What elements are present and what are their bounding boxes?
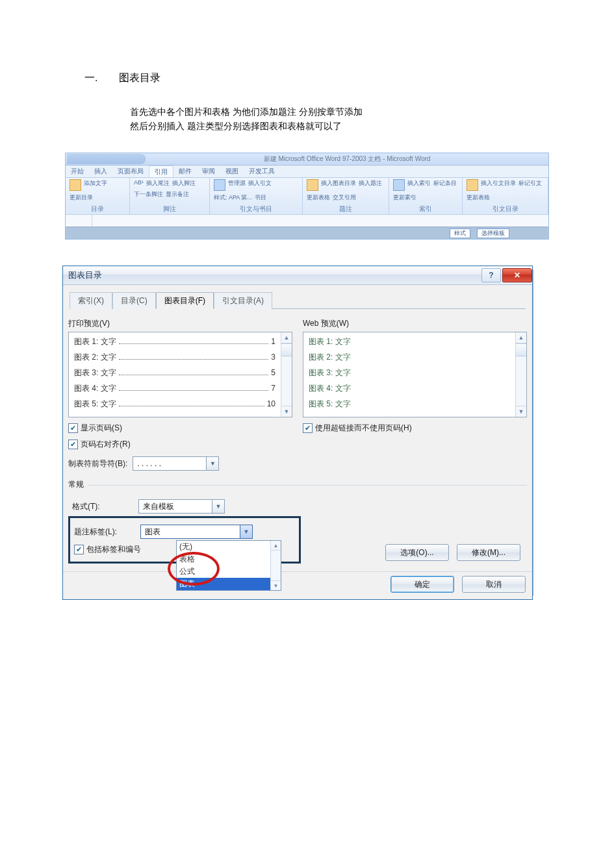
options-button-label: 选项(O)... <box>400 547 433 558</box>
ribbon-tab[interactable]: 视图 <box>220 166 244 177</box>
citation-icon[interactable] <box>214 179 225 191</box>
dropdown-option[interactable]: (无) <box>177 541 270 553</box>
preview-item: 图表 2: 文字 <box>74 352 116 363</box>
toc-icon[interactable] <box>70 179 81 191</box>
ribbon-item[interactable]: 管理源 <box>228 179 246 188</box>
ribbon-item[interactable]: 标记条目 <box>433 179 457 188</box>
word-ribbon-screenshot: 新建 Microsoft Office Word 97-2003 文档 - Mi… <box>65 153 549 240</box>
chevron-down-icon[interactable]: ▼ <box>206 457 218 470</box>
scroll-up-icon[interactable]: ▲ <box>516 332 526 343</box>
scroll-thumb[interactable] <box>516 343 526 356</box>
quick-access-toolbar <box>67 154 146 164</box>
tab-leader-combo[interactable]: . . . . . . ▼ <box>133 456 219 471</box>
ribbon-item[interactable]: 插入引文目录 <box>481 179 516 188</box>
tab-figures[interactable]: 图表目录(F) <box>156 292 214 309</box>
ribbon-tab[interactable]: 页面布局 <box>112 166 149 177</box>
right-align-label: 页码右对齐(R) <box>81 439 131 450</box>
close-button[interactable]: ✕ <box>502 268 532 282</box>
doc-chip: 样式 <box>450 229 470 238</box>
dropdown-option[interactable]: 表格 <box>177 553 270 565</box>
ribbon-item[interactable]: 添加文字 <box>84 179 107 188</box>
scroll-down-icon[interactable]: ▼ <box>281 406 292 417</box>
caption-label-label: 题注标签(L): <box>74 527 133 538</box>
tab-leader-label: 制表符前导符(B): <box>68 458 127 469</box>
cancel-button[interactable]: 取消 <box>462 576 526 593</box>
dropdown-option-selected[interactable]: 图表 <box>177 578 270 590</box>
check-icon: ✔ <box>70 441 76 448</box>
ribbon-item[interactable]: 标记引文 <box>518 179 542 188</box>
scroll-down-icon[interactable]: ▼ <box>271 580 281 590</box>
right-align-checkbox[interactable]: ✔ <box>68 440 78 449</box>
modify-button[interactable]: 修改(M)... <box>457 544 520 561</box>
window-titlebar: 新建 Microsoft Office Word 97-2003 文档 - Mi… <box>66 153 548 166</box>
scroll-thumb[interactable] <box>281 343 292 356</box>
preview-item: 图表 5: 文字 <box>74 399 116 410</box>
document-area-snippet: 样式 选择模板 <box>66 227 548 239</box>
ruler <box>66 214 548 227</box>
scroll-up-icon[interactable]: ▲ <box>281 332 292 343</box>
index-icon[interactable] <box>393 179 405 191</box>
dropdown-option[interactable]: 公式 <box>177 565 270 578</box>
use-hyperlinks-checkbox[interactable]: ✔ <box>303 423 313 433</box>
tab-authorities[interactable]: 引文目录(A) <box>214 292 272 309</box>
ribbon-tab[interactable]: 插入 <box>89 166 112 177</box>
cancel-button-label: 取消 <box>486 579 502 590</box>
ribbon-item[interactable]: 插入尾注 <box>146 179 170 188</box>
ribbon-item[interactable]: 更新表格 <box>307 193 330 202</box>
preview-page: 1 <box>271 337 275 346</box>
ribbon-tab-active[interactable]: 引用 <box>149 166 173 177</box>
ribbon-tab[interactable]: 开发工具 <box>244 166 280 177</box>
preview-page: 5 <box>271 368 275 377</box>
ribbon-item[interactable]: 显示备注 <box>166 190 189 199</box>
chevron-down-icon[interactable]: ▼ <box>240 525 252 538</box>
scrollbar[interactable]: ▲ ▼ <box>281 332 292 417</box>
ribbon-item[interactable]: 插入题注 <box>359 179 382 188</box>
caption-label-dropdown[interactable]: (无) 表格 公式 图表 ▲ ▼ <box>176 540 281 591</box>
preview-page: 7 <box>271 384 275 393</box>
print-preview-label: 打印预览(V) <box>68 318 292 329</box>
ribbon-item[interactable]: 更新目录 <box>70 193 93 202</box>
ribbon-item[interactable]: 交叉引用 <box>333 193 356 202</box>
ribbon-body: 添加文字 更新目录 目录 AB¹ 插入尾注 插入脚注 下一条脚注 显示备注 脚注 <box>66 178 548 214</box>
ribbon-item[interactable]: 下一条脚注 <box>134 190 163 199</box>
web-preview-label: Web 预览(W) <box>303 318 527 329</box>
general-legend: 常规 <box>68 479 88 490</box>
help-button[interactable]: ? <box>481 268 501 282</box>
ribbon-tab[interactable]: 邮件 <box>173 166 197 177</box>
ribbon-item[interactable]: 插入索引 <box>407 179 431 188</box>
ribbon-item[interactable]: 插入图表目录 <box>321 179 356 188</box>
caption-label-value: 图表 <box>141 527 240 538</box>
scroll-down-icon[interactable]: ▼ <box>516 406 526 417</box>
ribbon-tab[interactable]: 审阅 <box>197 166 220 177</box>
options-button[interactable]: 选项(O)... <box>385 544 449 561</box>
ribbon-item[interactable]: 插入脚注 <box>172 179 196 188</box>
ok-button[interactable]: 确定 <box>390 576 454 593</box>
show-page-numbers-checkbox[interactable]: ✔ <box>68 423 78 433</box>
ribbon-group-label: 引文与书目 <box>214 205 298 214</box>
scrollbar[interactable]: ▲ ▼ <box>515 332 526 417</box>
check-icon: ✔ <box>305 425 311 432</box>
format-combo[interactable]: 来自模板 ▼ <box>138 499 225 514</box>
ribbon-item[interactable]: 样式: APA 第... <box>214 193 252 202</box>
ribbon-item[interactable]: 更新索引 <box>393 193 416 202</box>
preview-link: 图表 4: 文字 <box>309 383 351 394</box>
include-label-checkbox[interactable]: ✔ <box>74 545 84 554</box>
ribbon-tab[interactable]: 开始 <box>66 166 89 177</box>
preview-link: 图表 5: 文字 <box>309 399 351 410</box>
dropdown-scrollbar[interactable]: ▲ ▼ <box>270 541 281 590</box>
tab-toc[interactable]: 目录(C) <box>112 292 156 309</box>
ribbon-item[interactable]: 书目 <box>255 193 266 202</box>
ribbon-item[interactable]: AB¹ <box>134 179 144 186</box>
scroll-up-icon[interactable]: ▲ <box>271 541 281 551</box>
preview-link: 图表 2: 文字 <box>309 352 351 363</box>
caption-label-combo[interactable]: 图表 ▼ <box>140 525 253 539</box>
tab-index[interactable]: 索引(X) <box>70 292 112 309</box>
ribbon-item[interactable]: 插入引文 <box>248 179 272 188</box>
authorities-icon[interactable] <box>467 179 478 191</box>
ribbon-item[interactable]: 更新表格 <box>467 193 490 202</box>
section-heading: 一. 图表目录 <box>84 71 614 85</box>
caption-icon[interactable] <box>307 179 318 191</box>
chevron-down-icon[interactable]: ▼ <box>212 500 224 513</box>
ribbon-tabs: 开始 插入 页面布局 引用 邮件 审阅 视图 开发工具 <box>66 166 548 178</box>
dialog-titlebar[interactable]: 图表目录 ? ✕ <box>63 266 532 285</box>
